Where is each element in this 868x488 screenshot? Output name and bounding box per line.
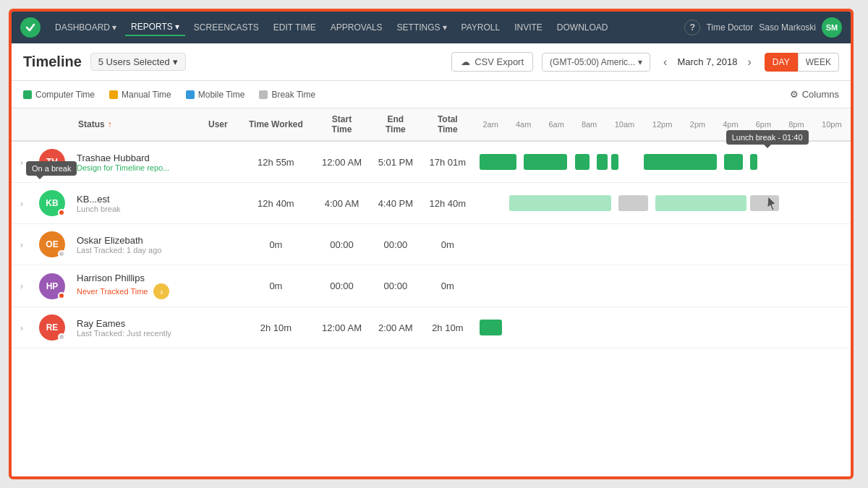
timeline-bar [480, 154, 516, 170]
end-time-cell: 2:00 AM [370, 307, 421, 348]
nav-approvals[interactable]: APPROVALS [325, 20, 388, 35]
avatar: HP [39, 273, 65, 299]
sub-header: Timeline 5 Users Selected ▾ ☁ CSV Export… [12, 43, 851, 81]
user-cell: Trashae Hubbard Design for Timeline repo… [77, 153, 232, 172]
nav-payroll[interactable]: PAYROLL [456, 20, 506, 35]
cursor-indicator [767, 196, 779, 214]
hour-2pm: 2pm [681, 108, 714, 141]
tooltip-lunch-break: Lunch break - 01:40 [726, 130, 809, 145]
expand-button[interactable]: › [17, 199, 26, 209]
timeline-bar [509, 195, 611, 211]
table-row: › RE Ray Eames Last Tracked: Just recent… [12, 307, 851, 348]
timeline-bar [655, 195, 746, 211]
hour-10am: 10am [605, 108, 643, 141]
timeline-bar [644, 154, 717, 170]
timeline-bar [480, 320, 501, 335]
table-row: › HP Harrison Phillips Never Trac [12, 265, 851, 307]
timeline-bar [618, 195, 647, 211]
hour-12pm: 12pm [644, 108, 681, 141]
help-button[interactable]: ? [684, 20, 700, 35]
on-break-badge: On a break [26, 161, 77, 176]
nav-invite[interactable]: INVITE [509, 20, 548, 35]
timezone-selector[interactable]: (GMT-05:00) Americ... ▾ [542, 53, 650, 72]
nav-screencasts[interactable]: SCREENCASTS [188, 20, 265, 35]
timeline-bar [611, 154, 618, 170]
start-time-cell: 12:00 AM [314, 307, 370, 348]
users-selector[interactable]: 5 Users Selected ▾ [90, 53, 186, 71]
legend-computer-time: Computer Time [23, 90, 95, 100]
cloud-icon: ☁ [461, 56, 470, 67]
end-time-cell: 5:01 PM [370, 141, 421, 183]
start-time-cell: 00:00 [314, 224, 370, 265]
end-time-header: EndTime [370, 108, 421, 141]
user-sub-text: Never Tracked Time [77, 287, 148, 296]
user-name: KB...est [77, 194, 121, 205]
nav-edit-time[interactable]: EDIT TIME [268, 20, 322, 35]
user-name: Trashae Hubbard [77, 153, 169, 163]
table-row: › OE Oskar Elizebath Last Tracked: 1 day… [12, 224, 851, 265]
user-cell: Harrison Phillips Never Tracked Time › [77, 273, 232, 299]
prev-date-button[interactable]: ‹ [659, 54, 671, 70]
time-worked-cell: 2h 10m [238, 307, 313, 348]
never-tracked-arrow[interactable]: › [153, 283, 169, 299]
day-toggle-button[interactable]: DAY [765, 53, 798, 72]
time-worked-header: Time Worked [238, 108, 313, 141]
time-worked-cell: 12h 40m [238, 183, 313, 224]
timeline-bar [724, 154, 742, 170]
status-dot [58, 250, 65, 257]
manual-time-dot [109, 90, 118, 99]
user-cell: Oskar Elizebath Last Tracked: 1 day ago [77, 235, 232, 254]
next-date-button[interactable]: › [744, 54, 756, 70]
user-name: Ray Eames [77, 318, 171, 329]
total-time-cell: 0m [421, 265, 474, 307]
nav-settings[interactable]: SETTINGS ▾ [391, 20, 453, 35]
expand-button[interactable]: › [17, 158, 26, 168]
computer-time-dot [23, 90, 32, 99]
timeline-bar [575, 154, 590, 170]
nav-reports[interactable]: REPORTS ▾ [125, 19, 185, 36]
total-time-header: TotalTime [421, 108, 474, 141]
gear-icon: ⚙ [790, 89, 799, 100]
csv-export-button[interactable]: ☁ CSV Export [451, 52, 533, 72]
company-name: Time Doctor [706, 22, 753, 33]
current-date: March 7, 2018 [677, 56, 737, 67]
expand-button[interactable]: › [17, 240, 26, 250]
main-nav: DASHBOARD ▾ REPORTS ▾ SCREENCASTS EDIT T… [12, 12, 851, 43]
expand-button[interactable]: › [17, 281, 26, 291]
user-avatar[interactable]: SM [822, 17, 842, 38]
status-column-header: Status [78, 119, 105, 129]
user-sub-text: Lunch break [77, 205, 121, 213]
avatar: OE [39, 231, 65, 257]
break-time-dot [259, 90, 268, 99]
total-time-cell: 17h 01m [421, 141, 474, 183]
user-column-header: User [201, 108, 238, 141]
time-worked-cell: 12h 55m [238, 141, 313, 183]
expand-button[interactable]: › [17, 323, 26, 333]
avatar: RE [39, 314, 65, 341]
avatar: KB [39, 190, 65, 216]
hour-4am: 4am [507, 108, 540, 141]
nav-download[interactable]: DOWNLOAD [551, 20, 614, 35]
legend-manual-time: Manual Time [109, 90, 171, 100]
legend-break-time: Break Time [259, 90, 315, 100]
hour-10pm: 10pm [813, 108, 851, 141]
total-time-cell: 2h 10m [421, 307, 474, 348]
logo[interactable] [20, 17, 41, 38]
page-title: Timeline [23, 53, 82, 70]
nav-dashboard[interactable]: DASHBOARD ▾ [49, 20, 122, 35]
user-sub-text: Last Tracked: Just recently [77, 329, 171, 338]
end-time-cell: 00:00 [370, 265, 421, 307]
columns-button[interactable]: ⚙ Columns [790, 89, 839, 100]
user-cell: Ray Eames Last Tracked: Just recently [77, 318, 232, 338]
hour-6am: 6am [540, 108, 572, 141]
week-toggle-button[interactable]: WEEK [798, 53, 839, 72]
mobile-time-dot [186, 90, 195, 99]
status-dot [58, 292, 65, 299]
timeline-table-wrap: Status ↑ User Time Worked StartTime EndT… [12, 108, 851, 348]
timeline-bar [597, 154, 608, 170]
time-worked-cell: 0m [238, 265, 313, 307]
user-sub-text: Last Tracked: 1 day ago [77, 246, 161, 254]
legend-mobile-time: Mobile Time [186, 90, 245, 100]
timeline-empty [480, 231, 845, 257]
user-name: Oskar Elizebath [77, 235, 161, 246]
